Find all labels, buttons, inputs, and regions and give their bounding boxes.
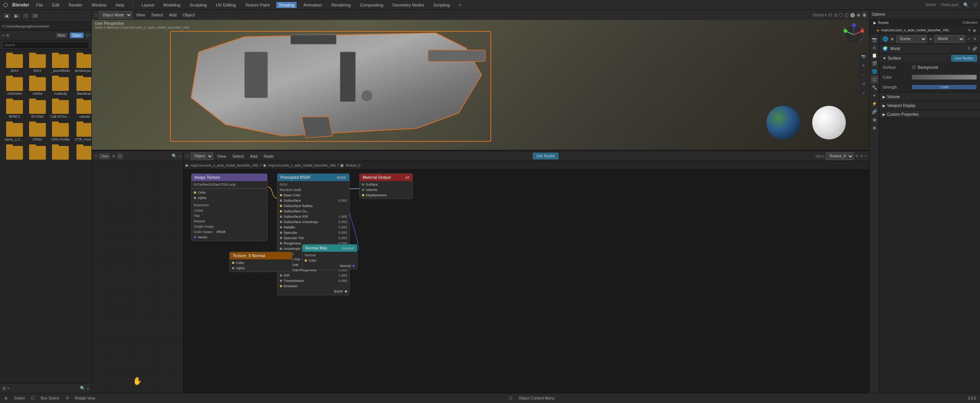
filter-icon[interactable]: ▽ [974, 2, 977, 8]
viewport-select-menu[interactable]: Select [149, 12, 165, 18]
props-tab-object[interactable]: ⬡ [871, 76, 878, 83]
props-tab-physics[interactable]: ⚡ [871, 100, 878, 107]
folder-extra2[interactable] [28, 144, 47, 162]
viewport-rotate-icon[interactable]: ↺ [859, 79, 868, 88]
node-select-menu[interactable]: Select [230, 153, 247, 159]
search-icon[interactable]: 🔍 [963, 2, 969, 8]
menu-help[interactable]: Help [114, 2, 127, 8]
viewport-snap-icon[interactable]: ⊙ [828, 12, 832, 18]
viewport-shading-solid[interactable]: ⬤ [850, 12, 855, 18]
props-tab-modifier[interactable]: 🔧 [871, 84, 878, 91]
viewport-cursor-icon[interactable]: ✛ [859, 61, 868, 70]
folder-cpma[interactable]: CPMA [28, 121, 47, 143]
menu-window[interactable]: Window [89, 2, 109, 8]
folder-20xx[interactable]: 20XX [3, 53, 26, 74]
folder-terraria[interactable]: terraria packs [73, 53, 91, 74]
volume-section-header[interactable]: ▶ Volume [879, 92, 980, 101]
world-layer-select[interactable]: World [935, 35, 965, 43]
node-normal-map[interactable]: Normal Map Normal Normal Color Normal [302, 244, 357, 270]
folder-bandicam[interactable]: Bandicam [73, 76, 91, 97]
menu-file[interactable]: File [34, 2, 45, 8]
surface-use-nodes-btn[interactable]: Use Nodes [951, 55, 977, 62]
fb-refresh-btn[interactable]: ↺ [31, 13, 39, 19]
folder-cemu[interactable]: cemu_1.25.0 [3, 121, 26, 143]
workspace-geometry-nodes[interactable]: Geometry Nodes [390, 2, 427, 8]
folder-extra4[interactable] [73, 144, 91, 162]
sc-options-label[interactable]: Options [872, 12, 885, 16]
node-texture-snormal[interactable]: Texture_S Normal Color Alpha [229, 252, 292, 272]
folder-activision[interactable]: Activision [3, 76, 26, 97]
folder-bfbc2[interactable]: BFBC2 [3, 99, 26, 120]
breadcrumb-item2[interactable]: AnyConv.com_v_auto_rocket_launcher_ARL [268, 163, 336, 167]
viewport-xray-icon[interactable]: ◫ [844, 12, 849, 18]
sc-eye-icon[interactable]: 👁 [967, 28, 971, 32]
viewport-3d[interactable]: ⬡ Object Mode View Select Add Object Glo… [92, 10, 869, 151]
sc-camera-sc-icon[interactable]: ◉ [973, 28, 976, 32]
node-canvas[interactable]: Image Texture 0x7a4f4e4180ae2760c.png Co… [183, 170, 869, 393]
breadcrumb-item3[interactable]: Texture_0 [345, 163, 360, 167]
uv-tool-icon[interactable]: ✛ [112, 154, 115, 159]
fb-view-toggle[interactable]: ≡ [7, 386, 10, 390]
fb-forward-btn[interactable]: ▶ [12, 13, 21, 19]
world-fake-user-icon[interactable]: F [968, 47, 970, 51]
viewport-gizmo[interactable]: X Y Z [842, 23, 865, 46]
props-tab-data[interactable]: ▣ [871, 116, 878, 123]
props-tab-particles[interactable]: ✦ [871, 92, 878, 99]
folder-extra3[interactable] [49, 144, 72, 162]
workspace-scripting[interactable]: Scripting [431, 2, 452, 8]
folder-byond[interactable]: BYOND [28, 99, 47, 120]
surface-color-swatch[interactable] [912, 74, 977, 80]
workspace-compositing[interactable]: Compositing [357, 2, 385, 8]
viewport-scale-icon[interactable]: ⤢ [859, 89, 868, 97]
uv-cursor-icon[interactable]: ↔ [117, 153, 123, 159]
world-datablock-icon[interactable]: 🔗 [972, 47, 977, 51]
props-tab-scene[interactable]: 🎬 [871, 60, 878, 67]
viewport-overlay-icon[interactable]: ⬡ [839, 12, 843, 18]
uv-filter-icon[interactable]: ≈ [178, 154, 181, 159]
viewport-display-header[interactable]: ▶ Viewport Display [879, 101, 980, 110]
node-texture-select[interactable]: Texture_0 [826, 152, 854, 160]
node-principled-bsdf[interactable]: Principled BSDF BSDF GGX Random Walk Bas… [277, 173, 350, 295]
uv-view-btn[interactable]: View [99, 154, 110, 159]
node-add-menu[interactable]: Add [248, 153, 260, 159]
props-tab-world[interactable]: 🌐 [871, 68, 878, 75]
world-scene-select[interactable]: Scene [896, 35, 927, 43]
node-type-select[interactable]: Object [191, 152, 213, 160]
props-tab-view-layer[interactable]: 📋 [871, 52, 878, 59]
workspace-uv-editing[interactable]: UV Editing [214, 2, 238, 8]
folder-ctr-fontcon[interactable]: CTR_FontCon... [73, 121, 91, 143]
workspace-animation[interactable]: Animation [301, 2, 325, 8]
fb-up-btn[interactable]: ↑ [22, 13, 29, 19]
viewport-shading-material[interactable]: ◉ [857, 12, 860, 18]
node-image-texture[interactable]: Image Texture 0x7a4f4e4180ae2760c.png Co… [191, 173, 268, 241]
workspace-shading[interactable]: Shading [276, 2, 296, 8]
custom-props-header[interactable]: ▶ Custom Properties [879, 110, 980, 118]
folder-audacity[interactable]: Audacity [49, 76, 72, 97]
node-edit-icon[interactable]: ✎ [855, 154, 858, 158]
fb-back-btn[interactable]: ◀ [2, 13, 11, 19]
viewport-add-menu[interactable]: Add [167, 12, 179, 18]
folder-30xx[interactable]: 30XX [28, 53, 47, 74]
workspace-layout[interactable]: Layout [139, 2, 156, 8]
workspace-modeling[interactable]: Modeling [161, 2, 183, 8]
surface-section-header[interactable]: ▼ Surface Use Nodes [879, 54, 980, 62]
node-view-menu[interactable]: View [215, 153, 229, 159]
viewport-mode-select[interactable]: Object Mode [99, 11, 132, 19]
folder-soundfonts[interactable]: _soundfonts [49, 53, 72, 74]
sc-object-row[interactable]: ▶ AnyConv.com_v_auto_rocket_launcher_ARL… [870, 27, 980, 34]
node-material-output[interactable]: Material Output All Surface Volume Displ… [359, 173, 413, 199]
surface-strength-slider[interactable]: 1.000 [912, 84, 977, 90]
props-tab-constraints[interactable]: 🔗 [871, 108, 878, 115]
node-node-menu[interactable]: Node [261, 153, 276, 159]
world-check-icon[interactable]: ✓ [967, 36, 971, 42]
fb-search-input[interactable] [2, 42, 89, 49]
props-tab-output[interactable]: 🖨 [871, 44, 878, 51]
viewport-shading-rendered[interactable]: ◈ [862, 12, 867, 18]
uv-canvas[interactable]: ✋ [92, 161, 183, 393]
fb-open-btn[interactable]: Open [70, 32, 84, 39]
workspace-add[interactable]: + [457, 2, 464, 8]
fb-filter-bottom-icon[interactable]: ≈ [87, 386, 89, 391]
viewport-camera-icon[interactable]: 📷 [859, 52, 868, 60]
node-new-icon[interactable]: + [865, 154, 867, 158]
fb-path-text[interactable]: C:\Users\kangang\Documents\ [2, 24, 49, 28]
